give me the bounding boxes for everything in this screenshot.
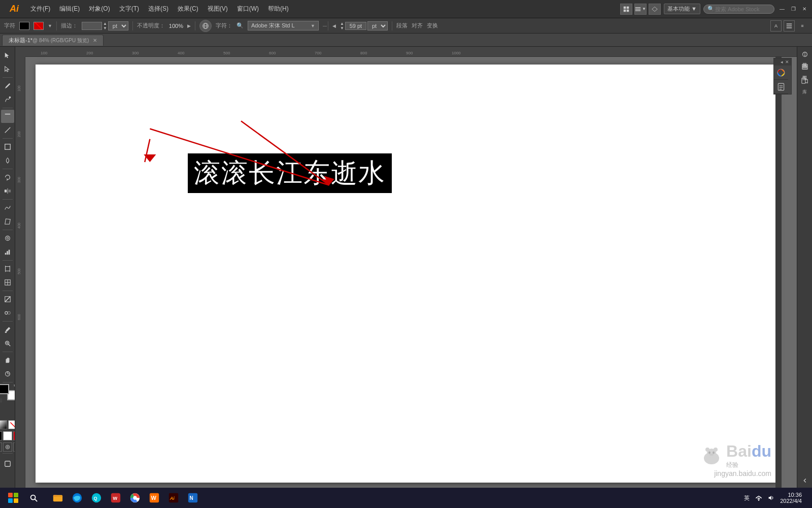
artboard-tool[interactable]: [1, 262, 14, 275]
freeform-pen-tool[interactable]: [1, 93, 14, 106]
artboard-text[interactable]: 滚滚长江东逝水: [188, 153, 392, 193]
taskbar-search-button[interactable]: [24, 489, 43, 507]
stroke-color-swatch[interactable]: [33, 22, 44, 30]
default-colors-icon[interactable]: ⬛: [0, 398, 3, 402]
reflect-tool[interactable]: [1, 184, 14, 198]
tray-volume-icon[interactable]: [766, 493, 776, 503]
line-tool[interactable]: [1, 123, 14, 137]
restore-button[interactable]: ❐: [789, 5, 798, 14]
menu-select[interactable]: 选择(S): [144, 3, 173, 15]
layers-panel-btn[interactable]: 图层: [798, 62, 811, 74]
menu-view[interactable]: 视图(V): [204, 3, 232, 15]
screen-mode-icon[interactable]: [0, 442, 2, 452]
taskbar-chrome[interactable]: [126, 489, 144, 507]
svg-rect-5: [635, 9, 641, 10]
arrange-icon[interactable]: [649, 4, 661, 15]
sep-5: [392, 21, 392, 30]
float-panel-doc-icon[interactable]: [774, 80, 788, 94]
opacity-chevron-icon[interactable]: ▶: [187, 23, 191, 28]
type-tool[interactable]: [1, 110, 14, 123]
black-swatch[interactable]: [0, 431, 2, 440]
menu-object[interactable]: 对象(O): [85, 3, 114, 15]
menu-window[interactable]: 窗口(W): [233, 3, 263, 15]
blend-tool[interactable]: [1, 306, 14, 320]
expand-toolbar-btn[interactable]: [1, 457, 14, 470]
gradient-swatch[interactable]: [0, 420, 7, 429]
expand-options-icon[interactable]: ≡: [797, 20, 808, 31]
stroke-down-icon[interactable]: ▼: [103, 26, 107, 30]
taskbar-browser[interactable]: [68, 489, 86, 507]
stroke-up-icon[interactable]: ▲: [103, 21, 107, 26]
taskbar-app-1[interactable]: Q: [87, 489, 106, 507]
slice-tool[interactable]: [1, 276, 14, 289]
sep-4: [328, 21, 328, 30]
taskbar-app-3[interactable]: W: [145, 489, 163, 507]
float-close-icon[interactable]: ✕: [785, 59, 789, 65]
libraries-panel-btn[interactable]: 库: [798, 75, 811, 87]
select-tool[interactable]: [1, 49, 14, 62]
taskbar-illustrator[interactable]: Ai: [164, 489, 183, 507]
taskbar-clock[interactable]: 10:36 2022/4/4: [780, 492, 802, 504]
char-panel-icon[interactable]: A: [770, 20, 782, 31]
shaper-tool[interactable]: [1, 154, 14, 167]
properties-panel-btn[interactable]: 属性: [798, 49, 811, 61]
toolbar-icon-1[interactable]: [620, 4, 632, 15]
menu-edit[interactable]: 编辑(E): [55, 3, 84, 15]
tray-lang-icon[interactable]: 英: [741, 493, 752, 503]
eyedropper-tool[interactable]: [1, 323, 14, 336]
zoom-tool[interactable]: [1, 337, 14, 350]
white-swatch[interactable]: [3, 431, 12, 440]
rect-tool[interactable]: [1, 140, 14, 153]
pen-tool[interactable]: [1, 79, 14, 92]
taskbar-app-2[interactable]: w: [107, 489, 125, 507]
font-search-icon[interactable]: 🔍: [236, 22, 244, 29]
rotate-tool[interactable]: [1, 171, 14, 184]
menu-effect[interactable]: 效果(C): [174, 3, 202, 15]
direct-select-tool[interactable]: [1, 62, 14, 76]
toolbar-icon-2[interactable]: ▼: [634, 4, 647, 15]
menu-file[interactable]: 文件(F): [26, 3, 54, 15]
free-distort-tool[interactable]: [1, 215, 14, 228]
gradient-tool[interactable]: [1, 293, 14, 306]
start-button[interactable]: [4, 489, 22, 507]
globe-icon[interactable]: [199, 20, 212, 32]
svg-text:200: 200: [86, 51, 93, 55]
warp-tool[interactable]: [1, 201, 14, 214]
svg-point-35: [8, 311, 10, 314]
float-expand-icon[interactable]: ◂: [781, 59, 783, 65]
font-prev-icon[interactable]: ◀: [332, 23, 336, 28]
font-unit-select[interactable]: pt: [367, 21, 388, 30]
tray-network-icon[interactable]: [754, 493, 764, 503]
font-name-display[interactable]: Adobe 宋体 Std L ▼: [248, 21, 319, 30]
measure-tool[interactable]: [1, 367, 14, 380]
workspace-select[interactable]: 基本功能 ▼: [664, 4, 700, 14]
sep-1: [3, 77, 13, 78]
symbol-tool[interactable]: [1, 232, 14, 245]
sidebar-collapse-btn[interactable]: [801, 477, 808, 486]
taskbar-app-4[interactable]: N: [184, 489, 202, 507]
more-options-icon[interactable]: [784, 20, 795, 31]
float-panel-color-icon[interactable]: [774, 66, 788, 80]
font-size-input[interactable]: [345, 22, 366, 30]
show-desktop-btn[interactable]: [806, 489, 808, 507]
menu-type[interactable]: 文字(T): [115, 3, 143, 15]
stroke-input[interactable]: [82, 22, 102, 30]
none-swatch[interactable]: [8, 420, 16, 429]
minimize-button[interactable]: —: [777, 5, 787, 14]
close-button[interactable]: ✕: [800, 5, 809, 14]
font-size-dec-icon[interactable]: ▼: [340, 26, 344, 30]
foreground-color[interactable]: [0, 384, 9, 394]
hand-tool[interactable]: [1, 354, 14, 367]
doc-tab-close-icon[interactable]: ✕: [93, 38, 97, 43]
font-size-inc-icon[interactable]: ▲: [340, 21, 344, 26]
taskbar-file-explorer[interactable]: [49, 489, 67, 507]
draw-mode-icon[interactable]: [3, 442, 12, 452]
menu-help[interactable]: 帮助(H): [264, 3, 293, 15]
stroke-unit-select[interactable]: pt: [108, 21, 128, 30]
doc-tab[interactable]: 未标题-1*@ 84% (RGB/GPU 预览) ✕: [2, 35, 104, 46]
canvas-area[interactable]: 100200300 400500600 700800900 1000 100 2…: [15, 47, 797, 488]
fill-color-swatch[interactable]: [19, 22, 29, 30]
column-graph-tool[interactable]: [1, 245, 14, 259]
vertical-scrollbar[interactable]: [775, 57, 782, 488]
font-size-up-icon[interactable]: —: [323, 23, 327, 28]
